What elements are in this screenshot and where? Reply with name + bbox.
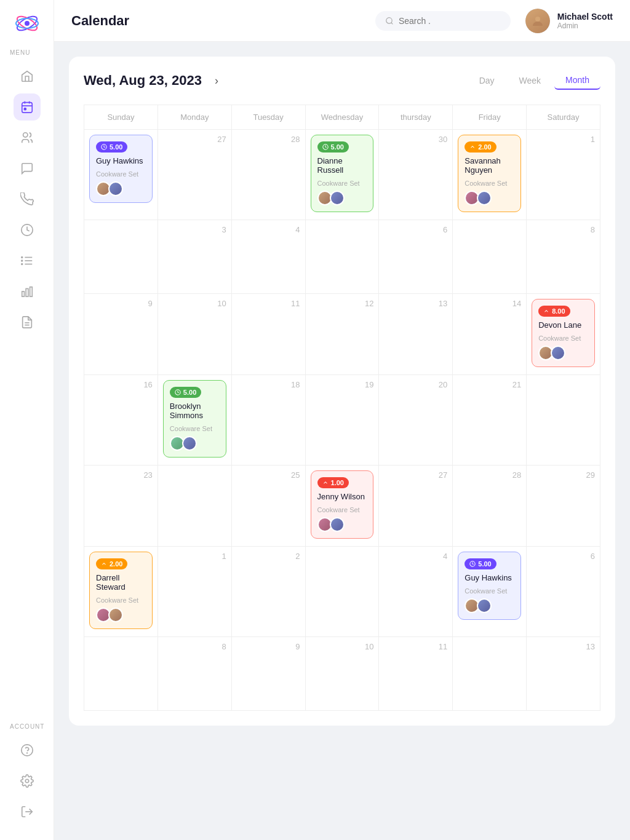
- cal-cell-row2-sun[interactable]: [84, 220, 158, 294]
- event-card-guy-hawkins-1[interactable]: 5.00 Guy Hawkins Cookware Set: [89, 135, 153, 203]
- date-28: 28: [237, 135, 300, 144]
- cal-cell-row7-thu[interactable]: 11: [379, 637, 453, 711]
- cal-cell-row4-sat[interactable]: [527, 375, 600, 466]
- sidebar-item-chart[interactable]: [14, 278, 41, 305]
- cal-cell-row1-sun[interactable]: 5.00 Guy Hawkins Cookware Set: [84, 130, 158, 220]
- sidebar-item-calendar[interactable]: [14, 93, 41, 121]
- event-card-darrell[interactable]: 2.00 Darrell Steward Cookware Set: [89, 552, 153, 629]
- cal-cell-row4-mon[interactable]: 5.00 Brooklyn Simmons Cookware Set: [158, 375, 232, 466]
- date-6b: 6: [532, 552, 595, 561]
- cal-cell-row7-mon[interactable]: 8: [158, 637, 232, 711]
- sidebar-item-list[interactable]: [14, 247, 41, 274]
- event-card-brooklyn[interactable]: 5.00 Brooklyn Simmons Cookware Set: [163, 380, 226, 458]
- event-avatars-darrell: [96, 608, 146, 622]
- event-name-jenny: Jenny Wilson: [317, 492, 367, 501]
- cal-cell-row7-sat[interactable]: 13: [527, 637, 600, 711]
- cal-cell-row3-tue[interactable]: 11: [232, 294, 306, 375]
- cal-cell-row4-tue[interactable]: 18: [232, 375, 306, 466]
- event-card-jenny[interactable]: 1.00 Jenny Wilson Cookware Set: [311, 470, 374, 539]
- menu-label: MENU: [0, 49, 30, 56]
- event-card-dianne[interactable]: 5.00 Dianne Russell Cookware Set: [311, 135, 374, 212]
- date-3: 3: [163, 225, 226, 234]
- sidebar-item-settings[interactable]: [14, 767, 41, 794]
- cal-cell-row6-fri[interactable]: 5.00 Guy Hawkins Cookware Set: [453, 547, 527, 637]
- main-content: Calendar Michael Scott Admin: [54, 0, 630, 840]
- date-18: 18: [237, 380, 300, 389]
- cal-cell-row6-sun[interactable]: 2.00 Darrell Steward Cookware Set: [84, 547, 158, 637]
- cal-cell-row7-fri[interactable]: [453, 637, 527, 711]
- cal-cell-row4-fri[interactable]: 21: [453, 375, 527, 466]
- mini-avatar-s2: [477, 191, 492, 205]
- cal-cell-row3-sun[interactable]: 9: [84, 294, 158, 375]
- cal-cell-row2-thu[interactable]: 6: [379, 220, 453, 294]
- sidebar-item-logout[interactable]: [14, 798, 41, 825]
- cal-cell-row5-tue[interactable]: 25: [232, 466, 306, 547]
- event-card-guy-2[interactable]: 5.00 Guy Hawkins Cookware Set: [458, 552, 521, 620]
- date-8: 8: [532, 225, 595, 234]
- cal-cell-row1-mon[interactable]: 27: [158, 130, 232, 220]
- event-avatars-guy-2: [465, 598, 514, 613]
- sidebar-item-contacts[interactable]: [14, 124, 41, 151]
- cal-cell-row1-sat[interactable]: 1: [527, 130, 600, 220]
- cal-cell-row6-mon[interactable]: 1: [158, 547, 232, 637]
- cal-cell-row1-fri[interactable]: 2.00 Savannah Nguyen Cookware Set: [453, 130, 527, 220]
- view-month-button[interactable]: Month: [554, 71, 600, 90]
- next-nav-button[interactable]: ›: [208, 72, 225, 89]
- search-box[interactable]: [375, 11, 511, 31]
- view-day-button[interactable]: Day: [468, 71, 506, 90]
- event-avatars-guy-1: [96, 181, 146, 196]
- search-icon: [385, 16, 394, 26]
- svg-point-13: [21, 264, 22, 265]
- cal-cell-row4-wed[interactable]: 19: [306, 375, 380, 466]
- cal-cell-row3-fri[interactable]: 14: [453, 294, 527, 375]
- cal-cell-row5-thu[interactable]: 27: [379, 466, 453, 547]
- cal-cell-row6-thu[interactable]: 4: [379, 547, 453, 637]
- cal-cell-row5-fri[interactable]: 28: [453, 466, 527, 547]
- cal-cell-row7-sun[interactable]: [84, 637, 158, 711]
- cal-cell-row5-mon[interactable]: [158, 466, 232, 547]
- sidebar-item-home[interactable]: [14, 63, 41, 90]
- cal-cell-row1-tue[interactable]: 28: [232, 130, 306, 220]
- cal-cell-row5-wed[interactable]: 1.00 Jenny Wilson Cookware Set: [306, 466, 380, 547]
- cal-cell-row4-thu[interactable]: 20: [379, 375, 453, 466]
- cal-cell-row3-mon[interactable]: 10: [158, 294, 232, 375]
- event-card-savannah[interactable]: 2.00 Savannah Nguyen Cookware Set: [458, 135, 521, 212]
- event-product-jenny: Cookware Set: [317, 506, 367, 513]
- view-week-button[interactable]: Week: [508, 71, 552, 90]
- cal-cell-row6-wed[interactable]: [306, 547, 380, 637]
- event-name-brooklyn: Brooklyn Simmons: [170, 402, 220, 420]
- cal-cell-row5-sun[interactable]: 23: [84, 466, 158, 547]
- event-product-devon: Cookware Set: [538, 335, 588, 342]
- search-input[interactable]: [399, 16, 501, 26]
- svg-point-6: [23, 133, 27, 137]
- cal-cell-row3-sat[interactable]: 8.00 Devon Lane Cookware Set: [527, 294, 600, 375]
- svg-rect-14: [22, 291, 24, 296]
- cal-cell-row3-wed[interactable]: 12: [306, 294, 380, 375]
- event-avatars-jenny: [317, 517, 367, 532]
- cal-cell-row3-thu[interactable]: 13: [379, 294, 453, 375]
- cal-cell-row6-tue[interactable]: 2: [232, 547, 306, 637]
- cal-cell-row5-sat[interactable]: 29: [527, 466, 600, 547]
- sidebar-item-document[interactable]: [14, 309, 41, 336]
- date-28: 28: [458, 470, 521, 480]
- avatar-image: [525, 9, 550, 33]
- date-9b: 9: [237, 642, 300, 651]
- cal-cell-row1-thu[interactable]: 30: [379, 130, 453, 220]
- sidebar-item-support[interactable]: [14, 737, 41, 764]
- cal-cell-row1-wed[interactable]: 5.00 Dianne Russell Cookware Set: [306, 130, 380, 220]
- cal-cell-row2-fri[interactable]: [453, 220, 527, 294]
- cal-cell-row4-sun[interactable]: 16: [84, 375, 158, 466]
- date-23: 23: [89, 470, 153, 480]
- cal-cell-row2-mon[interactable]: 3: [158, 220, 232, 294]
- cal-cell-row6-sat[interactable]: 6: [527, 547, 600, 637]
- cal-cell-row2-sat[interactable]: 8: [527, 220, 600, 294]
- cal-cell-row7-wed[interactable]: 10: [306, 637, 380, 711]
- sidebar-item-phone[interactable]: [14, 186, 41, 213]
- cal-cell-row7-tue[interactable]: 9: [232, 637, 306, 711]
- event-card-devon[interactable]: 8.00 Devon Lane Cookware Set: [532, 299, 595, 367]
- sidebar-item-messages[interactable]: [14, 155, 41, 182]
- sidebar-item-clock[interactable]: [14, 216, 41, 244]
- cal-cell-row2-wed[interactable]: [306, 220, 380, 294]
- date-10: 10: [163, 299, 226, 308]
- cal-cell-row2-tue[interactable]: 4: [232, 220, 306, 294]
